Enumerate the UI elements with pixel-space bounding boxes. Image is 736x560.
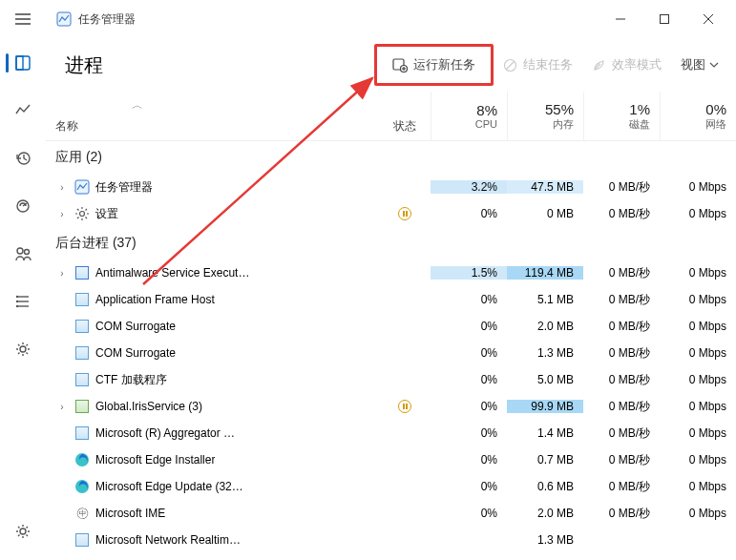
process-row[interactable]: › 任务管理器 3.2% 47.5 MB 0 MB/秒 0 Mbps [46,174,736,200]
process-name: 设置 [95,206,118,222]
process-list: 应用 (2) › 任务管理器 3.2% 47.5 MB 0 MB/秒 0 Mbp… [46,141,736,553]
cpu-cell: 0% [431,453,507,467]
end-task-label: 结束任务 [523,56,573,73]
net-cell: 0 Mbps [660,346,736,360]
net-cell: 0 Mbps [660,320,736,333]
col-disk[interactable]: 1%磁盘 [583,92,660,140]
process-row[interactable]: Microsoft Network Realtim… 1.3 MB [46,527,736,553]
process-row[interactable]: COM Surrogate 0% 2.0 MB 0 MB/秒 0 Mbps [46,313,736,340]
cpu-cell: 0% [431,346,507,360]
net-cell: 0 Mbps [660,373,736,386]
process-row[interactable]: COM Surrogate 0% 1.3 MB 0 MB/秒 0 Mbps [46,340,736,366]
nav-settings[interactable] [4,512,42,550]
expand-icon[interactable]: › [55,209,69,219]
efficiency-mode-button[interactable]: 效率模式 [582,51,671,79]
chevron-down-icon [709,62,719,68]
process-icon [74,179,90,195]
col-network[interactable]: 0%网络 [660,92,736,140]
net-lbl: 网络 [705,117,726,132]
mem-cell: 0.7 MB [507,453,583,467]
process-row[interactable]: ㊥ Microsoft IME 0% 2.0 MB 0 MB/秒 0 Mbps [46,500,736,527]
run-task-icon [392,57,408,73]
net-cell: 0 Mbps [660,293,736,306]
menu-button[interactable] [6,2,40,36]
svg-point-31 [80,212,85,217]
nav-details[interactable] [4,282,42,321]
nav-processes[interactable] [4,44,42,82]
mem-cell: 1.3 MB [507,346,583,360]
process-row[interactable]: CTF 加载程序 0% 5.0 MB 0 MB/秒 0 Mbps [46,366,736,393]
disk-cell: 0 MB/秒 [583,399,660,415]
expand-icon[interactable]: › [55,182,69,193]
process-name: COM Surrogate [95,346,176,360]
process-name: COM Surrogate [95,320,176,333]
cpu-cell: 0% [431,480,507,493]
cpu-cell: 0% [431,207,507,220]
col-memory[interactable]: 55%内存 [507,92,583,140]
cpu-cell: 0% [431,426,507,440]
mem-cell: 1.4 MB [507,426,583,440]
process-row[interactable]: Microsoft Edge Update (32… 0% 0.6 MB 0 M… [46,473,736,500]
expand-icon[interactable]: › [55,402,69,412]
run-new-task-label: 运行新任务 [413,56,475,73]
svg-rect-9 [16,56,23,70]
mem-cell: 99.9 MB [507,400,583,413]
svg-point-18 [17,297,18,298]
paused-icon [398,207,411,220]
disk-cell: 0 MB/秒 [583,265,660,281]
col-cpu[interactable]: 8%CPU [431,92,507,140]
disk-cell: 0 MB/秒 [583,206,660,222]
app-icon [55,10,73,28]
disk-cell: 0 MB/秒 [583,319,660,335]
process-icon [74,425,90,441]
cpu-cell: 3.2% [431,180,507,194]
net-cell: 0 Mbps [660,453,736,467]
mem-cell: 2.0 MB [507,320,583,333]
process-row[interactable]: › 设置 0% 0 MB 0 MB/秒 0 Mbps [46,200,736,227]
disk-cell: 0 MB/秒 [583,479,660,495]
expand-icon[interactable]: › [55,268,69,279]
mem-cell: 1.3 MB [507,533,583,547]
net-cell: 0 Mbps [660,207,736,220]
column-header: ︿ 名称 状态 8%CPU 55%内存 1%磁盘 0%网络 [46,92,736,141]
svg-point-21 [20,346,26,352]
net-cell: 0 Mbps [660,480,736,493]
net-cell: 0 Mbps [660,400,736,413]
disk-pct: 1% [629,101,650,117]
title-bar: 任务管理器 [0,0,736,38]
run-new-task-button[interactable]: 运行新任务 [383,51,485,79]
col-name[interactable]: ︿ 名称 [46,92,379,140]
close-button[interactable] [686,2,730,36]
cpu-cell: 0% [431,400,507,413]
process-row[interactable]: Microsoft Edge Installer 0% 0.7 MB 0 MB/… [46,446,736,473]
nav-startup[interactable] [4,187,42,225]
process-icon [74,319,90,334]
end-task-button[interactable]: 结束任务 [494,51,582,79]
net-cell: 0 Mbps [660,180,736,194]
nav-performance[interactable] [4,92,42,130]
view-dropdown[interactable]: 视图 [681,56,719,73]
maximize-button[interactable] [642,2,686,36]
net-cell: 0 Mbps [660,266,736,280]
process-icon [74,479,90,494]
col-status[interactable]: 状态 [379,92,431,140]
mem-cell: 0.6 MB [507,480,583,493]
view-label: 视图 [681,56,705,73]
disk-lbl: 磁盘 [629,117,650,132]
svg-point-19 [17,301,18,302]
nav-services[interactable] [4,330,42,368]
group-apps[interactable]: 应用 (2) [46,141,736,174]
process-row[interactable]: › Global.IrisService (3) 0% 99.9 MB 0 MB… [46,393,736,420]
nav-app-history[interactable] [4,139,42,177]
process-row[interactable]: Microsoft (R) Aggregator … 0% 1.4 MB 0 M… [46,420,736,446]
nav-strip [0,38,46,560]
col-name-label: 名称 [55,118,78,135]
status-cell [379,400,431,413]
process-row[interactable]: › Antimalware Service Execut… 1.5% 119.4… [46,259,736,286]
process-icon [74,292,90,307]
nav-users[interactable] [4,235,42,273]
process-row[interactable]: Application Frame Host 0% 5.1 MB 0 MB/秒 … [46,286,736,313]
group-background[interactable]: 后台进程 (37) [46,227,736,259]
minimize-button[interactable] [599,2,642,36]
process-name: Microsoft IME [95,507,165,520]
